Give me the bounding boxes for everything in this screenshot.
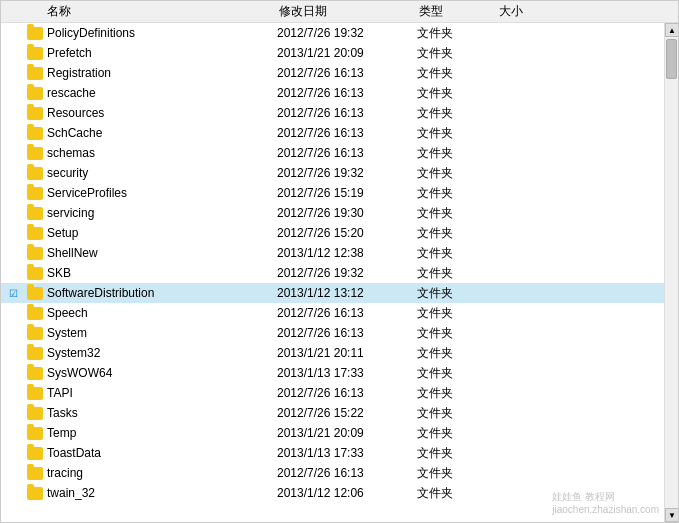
watermark: 娃娃鱼 教程网jiaochen.zhazishan.com xyxy=(552,490,659,515)
table-row[interactable]: rescache2012/7/26 16:13文件夹 xyxy=(1,83,664,103)
file-type: 文件夹 xyxy=(413,105,493,122)
file-name[interactable]: PolicyDefinitions xyxy=(45,26,273,40)
file-name[interactable]: Resources xyxy=(45,106,273,120)
file-name[interactable]: Tasks xyxy=(45,406,273,420)
file-name[interactable]: SoftwareDistribution xyxy=(45,286,273,300)
column-headers: 名称 修改日期 类型 大小 xyxy=(1,1,678,23)
file-name[interactable]: Speech xyxy=(45,306,273,320)
file-name[interactable]: ToastData xyxy=(45,446,273,460)
file-name[interactable]: Registration xyxy=(45,66,273,80)
checkbox-checked: ☑ xyxy=(9,288,18,299)
table-row[interactable]: ToastData2013/1/13 17:33文件夹 xyxy=(1,443,664,463)
table-row[interactable]: security2012/7/26 19:32文件夹 xyxy=(1,163,664,183)
scrollbar[interactable]: ▲ ▼ xyxy=(664,23,678,522)
file-name[interactable]: SKB xyxy=(45,266,273,280)
file-explorer: 名称 修改日期 类型 大小 PolicyDefinitions2012/7/26… xyxy=(0,0,679,523)
file-date: 2012/7/26 19:32 xyxy=(273,266,413,280)
file-type: 文件夹 xyxy=(413,325,493,342)
file-name[interactable]: rescache xyxy=(45,86,273,100)
file-type: 文件夹 xyxy=(413,365,493,382)
table-row[interactable]: System2012/7/26 16:13文件夹 xyxy=(1,323,664,343)
table-row[interactable]: ☑SoftwareDistribution2013/1/12 13:12文件夹 xyxy=(1,283,664,303)
folder-icon-cell xyxy=(25,67,45,80)
scrollbar-track[interactable] xyxy=(665,37,678,508)
table-row[interactable]: SchCache2012/7/26 16:13文件夹 xyxy=(1,123,664,143)
scroll-down-btn[interactable]: ▼ xyxy=(665,508,678,522)
file-date: 2012/7/26 19:30 xyxy=(273,206,413,220)
file-date: 2013/1/12 12:06 xyxy=(273,486,413,500)
folder-icon-cell xyxy=(25,227,45,240)
file-name[interactable]: TAPI xyxy=(45,386,273,400)
table-row[interactable]: Prefetch2013/1/21 20:09文件夹 xyxy=(1,43,664,63)
file-date: 2012/7/26 16:13 xyxy=(273,306,413,320)
folder-icon-cell xyxy=(25,367,45,380)
folder-icon-cell xyxy=(25,327,45,340)
file-type: 文件夹 xyxy=(413,425,493,442)
file-type: 文件夹 xyxy=(413,205,493,222)
folder-icon xyxy=(27,347,43,360)
folder-icon-cell xyxy=(25,107,45,120)
table-row[interactable]: servicing2012/7/26 19:30文件夹 xyxy=(1,203,664,223)
file-type: 文件夹 xyxy=(413,25,493,42)
table-row[interactable]: Setup2012/7/26 15:20文件夹 xyxy=(1,223,664,243)
row-checkbox[interactable]: ☑ xyxy=(1,288,25,299)
table-row[interactable]: schemas2012/7/26 16:13文件夹 xyxy=(1,143,664,163)
scrollbar-thumb[interactable] xyxy=(666,39,677,79)
file-date: 2012/7/26 16:13 xyxy=(273,126,413,140)
file-date: 2012/7/26 16:13 xyxy=(273,106,413,120)
file-type: 文件夹 xyxy=(413,85,493,102)
table-row[interactable]: tracing2012/7/26 16:13文件夹 xyxy=(1,463,664,483)
file-name[interactable]: SysWOW64 xyxy=(45,366,273,380)
table-row[interactable]: TAPI2012/7/26 16:13文件夹 xyxy=(1,383,664,403)
file-name[interactable]: Temp xyxy=(45,426,273,440)
file-name[interactable]: tracing xyxy=(45,466,273,480)
table-row[interactable]: Registration2012/7/26 16:13文件夹 xyxy=(1,63,664,83)
table-row[interactable]: SKB2012/7/26 19:32文件夹 xyxy=(1,263,664,283)
table-row[interactable]: ServiceProfiles2012/7/26 15:19文件夹 xyxy=(1,183,664,203)
folder-icon xyxy=(27,407,43,420)
table-row[interactable]: SysWOW642013/1/13 17:33文件夹 xyxy=(1,363,664,383)
col-header-size[interactable]: 大小 xyxy=(495,3,555,20)
file-name[interactable]: ShellNew xyxy=(45,246,273,260)
file-name[interactable]: schemas xyxy=(45,146,273,160)
file-date: 2012/7/26 16:13 xyxy=(273,326,413,340)
table-row[interactable]: Temp2013/1/21 20:09文件夹 xyxy=(1,423,664,443)
file-type: 文件夹 xyxy=(413,345,493,362)
file-type: 文件夹 xyxy=(413,145,493,162)
table-row[interactable]: Tasks2012/7/26 15:22文件夹 xyxy=(1,403,664,423)
folder-icon-cell xyxy=(25,167,45,180)
col-header-name[interactable]: 名称 xyxy=(45,3,275,20)
file-type: 文件夹 xyxy=(413,305,493,322)
folder-icon-cell xyxy=(25,447,45,460)
folder-icon-cell xyxy=(25,187,45,200)
file-type: 文件夹 xyxy=(413,45,493,62)
file-name[interactable]: servicing xyxy=(45,206,273,220)
col-header-date[interactable]: 修改日期 xyxy=(275,3,415,20)
col-header-type[interactable]: 类型 xyxy=(415,3,495,20)
table-row[interactable]: Speech2012/7/26 16:13文件夹 xyxy=(1,303,664,323)
table-row[interactable]: ShellNew2013/1/12 12:38文件夹 xyxy=(1,243,664,263)
file-date: 2012/7/26 16:13 xyxy=(273,66,413,80)
scroll-up-btn[interactable]: ▲ xyxy=(665,23,678,37)
file-name[interactable]: ServiceProfiles xyxy=(45,186,273,200)
file-name[interactable]: Setup xyxy=(45,226,273,240)
file-type: 文件夹 xyxy=(413,265,493,282)
folder-icon xyxy=(27,67,43,80)
file-name[interactable]: Prefetch xyxy=(45,46,273,60)
file-name[interactable]: System32 xyxy=(45,346,273,360)
file-type: 文件夹 xyxy=(413,125,493,142)
file-list[interactable]: PolicyDefinitions2012/7/26 19:32文件夹Prefe… xyxy=(1,23,664,522)
folder-icon-cell xyxy=(25,387,45,400)
folder-icon xyxy=(27,267,43,280)
file-name[interactable]: SchCache xyxy=(45,126,273,140)
file-date: 2013/1/12 12:38 xyxy=(273,246,413,260)
file-name[interactable]: System xyxy=(45,326,273,340)
file-date: 2012/7/26 15:22 xyxy=(273,406,413,420)
table-row[interactable]: PolicyDefinitions2012/7/26 19:32文件夹 xyxy=(1,23,664,43)
file-name[interactable]: twain_32 xyxy=(45,486,273,500)
folder-icon xyxy=(27,187,43,200)
folder-icon xyxy=(27,327,43,340)
table-row[interactable]: Resources2012/7/26 16:13文件夹 xyxy=(1,103,664,123)
table-row[interactable]: System322013/1/21 20:11文件夹 xyxy=(1,343,664,363)
file-name[interactable]: security xyxy=(45,166,273,180)
